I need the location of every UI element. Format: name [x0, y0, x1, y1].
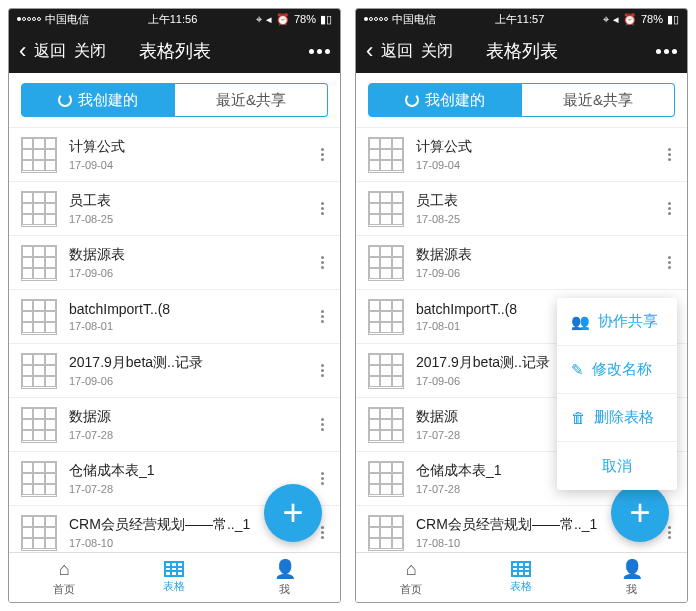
popup-icon: 🗑 — [571, 409, 586, 426]
list-item[interactable]: 员工表17-08-25 — [9, 182, 340, 236]
item-more-icon[interactable] — [317, 252, 328, 273]
tab-tables[interactable]: 表格 — [119, 553, 229, 602]
back-icon[interactable]: ‹ — [366, 38, 373, 64]
item-date: 17-09-06 — [416, 267, 652, 279]
back-button[interactable]: 返回 — [381, 41, 413, 62]
list-item[interactable]: 数据源表17-09-06 — [356, 236, 687, 290]
add-button[interactable]: + — [611, 484, 669, 542]
table-icon — [368, 299, 404, 335]
clock: 上午11:56 — [148, 12, 198, 27]
action-popup: 👥协作共享✎修改名称🗑删除表格取消 — [557, 298, 677, 490]
person-icon: 👤 — [274, 558, 296, 580]
table-icon — [368, 353, 404, 389]
item-date: 17-08-25 — [416, 213, 652, 225]
popup-item[interactable]: 取消 — [557, 442, 677, 490]
battery-icon: ▮▯ — [320, 13, 332, 26]
item-more-icon[interactable] — [664, 198, 675, 219]
more-icon[interactable] — [309, 49, 330, 54]
list-item[interactable]: 计算公式17-09-04 — [356, 128, 687, 182]
page-title: 表格列表 — [139, 39, 211, 63]
table-icon — [21, 245, 57, 281]
tab-recent-shared[interactable]: 最近&共享 — [522, 83, 675, 117]
home-icon: ⌂ — [406, 559, 417, 580]
item-title: 2017.9月beta测..记录 — [69, 354, 305, 372]
tab-recent-shared[interactable]: 最近&共享 — [175, 83, 328, 117]
location-icon: ⌖ — [603, 13, 609, 26]
table-icon — [368, 191, 404, 227]
home-icon: ⌂ — [59, 559, 70, 580]
tab-tables[interactable]: 表格 — [466, 553, 576, 602]
popup-item[interactable]: 👥协作共享 — [557, 298, 677, 346]
item-date: 17-09-06 — [69, 375, 305, 387]
popup-label: 协作共享 — [598, 312, 658, 331]
popup-label: 取消 — [602, 457, 632, 476]
refresh-icon — [405, 93, 419, 107]
table-icon — [21, 191, 57, 227]
battery-pct: 78% — [641, 13, 663, 25]
clock: 上午11:57 — [495, 12, 545, 27]
tab-me[interactable]: 👤 我 — [230, 553, 340, 602]
table-icon — [21, 299, 57, 335]
list-item[interactable]: 数据源表17-09-06 — [9, 236, 340, 290]
item-more-icon[interactable] — [664, 252, 675, 273]
tab-home[interactable]: ⌂ 首页 — [356, 553, 466, 602]
item-date: 17-09-06 — [69, 267, 305, 279]
list-item[interactable]: 数据源17-07-28 — [9, 398, 340, 452]
item-more-icon[interactable] — [317, 414, 328, 435]
tab-my-created[interactable]: 我创建的 — [21, 83, 175, 117]
bottom-bar: ⌂ 首页 表格 👤 我 — [356, 552, 687, 602]
popup-item[interactable]: ✎修改名称 — [557, 346, 677, 394]
signal-icon — [364, 17, 388, 21]
carrier: 中国电信 — [392, 12, 436, 27]
list-item[interactable]: 计算公式17-09-04 — [9, 128, 340, 182]
item-more-icon[interactable] — [664, 144, 675, 165]
table-icon — [21, 461, 57, 497]
status-left: 中国电信 — [364, 12, 436, 27]
item-date: 17-09-04 — [416, 159, 652, 171]
item-date: 17-09-04 — [69, 159, 305, 171]
back-icon[interactable]: ‹ — [19, 38, 26, 64]
item-date: 17-07-28 — [69, 429, 305, 441]
status-bar: 中国电信 上午11:57 ⌖ ◂ ⏰ 78% ▮▯ — [356, 9, 687, 29]
status-right: ⌖ ◂ ⏰ 78% ▮▯ — [603, 13, 679, 26]
item-date: 17-08-01 — [69, 320, 305, 332]
close-button[interactable]: 关闭 — [421, 41, 453, 62]
item-more-icon[interactable] — [317, 360, 328, 381]
item-more-icon[interactable] — [317, 198, 328, 219]
list-item[interactable]: batchImportT..(817-08-01 — [9, 290, 340, 344]
tab-my-created[interactable]: 我创建的 — [368, 83, 522, 117]
item-more-icon[interactable] — [317, 144, 328, 165]
tab-me[interactable]: 👤 我 — [577, 553, 687, 602]
item-title: 数据源 — [69, 408, 305, 426]
item-title: 计算公式 — [416, 138, 652, 156]
tabs: 我创建的 最近&共享 — [9, 73, 340, 128]
back-button[interactable]: 返回 — [34, 41, 66, 62]
battery-pct: 78% — [294, 13, 316, 25]
alarm-icon: ⏰ — [623, 13, 637, 26]
popup-icon: 👥 — [571, 313, 590, 331]
status-right: ⌖ ◂ ⏰ 78% ▮▯ — [256, 13, 332, 26]
table-icon — [21, 515, 57, 551]
item-title: 数据源表 — [416, 246, 652, 264]
tab-home[interactable]: ⌂ 首页 — [9, 553, 119, 602]
phone-left: 中国电信 上午11:56 ⌖ ◂ ⏰ 78% ▮▯ ‹ 返回 关闭 表格列表 我… — [8, 8, 341, 603]
list-item[interactable]: 2017.9月beta测..记录17-09-06 — [9, 344, 340, 398]
item-more-icon[interactable] — [317, 468, 328, 489]
item-title: 仓储成本表_1 — [69, 462, 305, 480]
status-left: 中国电信 — [17, 12, 89, 27]
grid-icon — [164, 561, 184, 577]
popup-item[interactable]: 🗑删除表格 — [557, 394, 677, 442]
item-more-icon[interactable] — [317, 306, 328, 327]
list-item[interactable]: 员工表17-08-25 — [356, 182, 687, 236]
close-button[interactable]: 关闭 — [74, 41, 106, 62]
table-icon — [368, 137, 404, 173]
nav-left: ‹ 返回 关闭 — [19, 38, 106, 64]
item-title: 员工表 — [69, 192, 305, 210]
person-icon: 👤 — [621, 558, 643, 580]
popup-label: 修改名称 — [592, 360, 652, 379]
add-button[interactable]: + — [264, 484, 322, 542]
alarm-icon: ⏰ — [276, 13, 290, 26]
more-icon[interactable] — [656, 49, 677, 54]
nav-bar: ‹ 返回 关闭 表格列表 — [356, 29, 687, 73]
nav-icon: ◂ — [266, 13, 272, 26]
